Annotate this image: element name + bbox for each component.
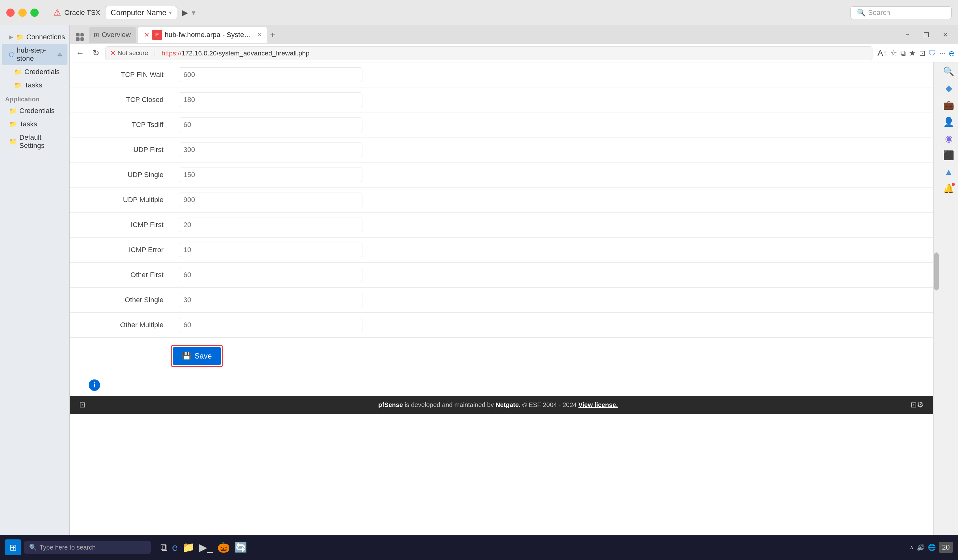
form-input-udp-multiple[interactable] — [179, 193, 362, 207]
form-input-udp-single[interactable] — [179, 168, 362, 182]
scrollbar-track[interactable] — [933, 62, 939, 560]
start-button[interactable]: ⊞ — [5, 539, 21, 555]
settings-gear-icon[interactable]: ⚙ — [917, 400, 924, 409]
form-label-7: ICMP Error — [70, 241, 171, 259]
computer-name-pill[interactable]: Computer Name ▾ — [105, 6, 177, 19]
form-input-area-1 — [171, 87, 933, 112]
sidebar-item-tasks[interactable]: 📁 Tasks — [0, 79, 69, 92]
save-button[interactable]: 💾 Save — [173, 347, 221, 365]
sidebar-circle-icon[interactable]: ◉ — [945, 133, 953, 144]
form-input-area-7 — [171, 238, 933, 262]
sidebar-teams-icon[interactable]: ▲ — [944, 167, 953, 177]
app-branding: ⚠ Oracle TSX — [53, 7, 100, 18]
form-input-other-multiple[interactable] — [179, 318, 362, 332]
folder-icon-credentials: 📁 — [14, 68, 22, 76]
read-aloud-icon[interactable]: A↑ — [877, 48, 887, 58]
taskbar-app1-icon[interactable]: 🎃 — [217, 541, 230, 554]
scrollbar-thumb[interactable] — [934, 252, 939, 290]
add-favorites-icon[interactable]: ★ — [909, 49, 916, 58]
tab-grid-icon[interactable] — [73, 29, 87, 41]
form-input-tcp-tsdiff[interactable] — [179, 117, 362, 132]
form-input-icmp-first[interactable] — [179, 217, 362, 232]
taskbar-task-view-icon[interactable]: ⧉ — [160, 542, 168, 554]
sidebar-outlook-icon[interactable]: ⬛ — [943, 150, 954, 160]
sidebar-item-app-tasks[interactable]: 📁 Tasks — [0, 117, 69, 131]
minimize-traffic-light[interactable] — [18, 8, 27, 17]
form-label-10: Other Multiple — [70, 316, 171, 334]
sidebar-briefcase-icon[interactable]: 💼 — [943, 100, 954, 110]
sidebar-item-credentials[interactable]: 📁 Credentials — [0, 65, 69, 79]
folder-icon-connections: 📁 — [16, 33, 24, 41]
footer-text2: is developed and maintained by — [403, 401, 495, 408]
hub-tab-close-icon[interactable]: ✕ — [257, 31, 262, 38]
save-disk-icon: 💾 — [182, 352, 191, 360]
browser-essentials-icon[interactable]: 🛡 — [928, 49, 936, 58]
info-icon[interactable]: i — [89, 379, 100, 391]
play-icon[interactable]: ▶ — [182, 8, 188, 17]
form-row-other-first: Other First — [70, 263, 933, 287]
traffic-lights — [6, 8, 39, 17]
form-row-icmp-error: ICMP Error — [70, 238, 933, 263]
split-screen-icon[interactable]: ⧉ — [900, 49, 906, 58]
sidebar-notification-icon[interactable]: 🔔 — [943, 183, 954, 194]
tab-close-x-icon[interactable]: ✕ — [144, 31, 149, 39]
view-license-link[interactable]: View license. — [579, 401, 618, 408]
form-input-other-single[interactable] — [179, 293, 362, 307]
taskbar-explorer-icon[interactable]: 📁 — [182, 541, 195, 554]
edge-profile-icon[interactable]: e — [949, 48, 954, 59]
tab-hub-step-stone[interactable]: ✕ P hub-fw.home.arpa - System: Adv ✕ — [138, 27, 267, 43]
more-options-icon[interactable]: ··· — [939, 49, 946, 58]
sidebar-item-hub-step-stone[interactable]: ⬡ hub-step-stone ⏏ — [2, 44, 68, 65]
minimize-button[interactable]: − — [898, 28, 917, 42]
sidebar-favorites-icon[interactable]: ◆ — [945, 83, 952, 94]
form-label-2: TCP Tsdiff — [70, 116, 171, 134]
taskbar-search-icon: 🔍 — [29, 544, 37, 551]
close-traffic-light[interactable] — [6, 8, 14, 17]
new-tab-button[interactable]: + — [270, 30, 275, 40]
tray-speaker-icon[interactable]: 🔊 — [917, 544, 925, 551]
divider: | — [151, 49, 159, 58]
folder-icon-tasks: 📁 — [14, 81, 22, 89]
refresh-button[interactable]: ↻ — [90, 47, 102, 59]
form-input-tcp-closed[interactable] — [179, 92, 362, 107]
eject-icon[interactable]: ⏏ — [57, 51, 62, 58]
app-container: ▶ 📁 Connections ⬡ hub-step-stone ⏏ 📁 Cre… — [0, 25, 958, 560]
sidebar-item-connections[interactable]: ▶ 📁 Connections — [0, 30, 69, 44]
tray-network-icon[interactable]: 🌐 — [928, 544, 936, 551]
restore-button[interactable]: ❐ — [917, 28, 936, 42]
oracle-tsx-label: Oracle TSX — [64, 8, 100, 17]
back-button[interactable]: ← — [73, 47, 87, 59]
form-input-icmp-error[interactable] — [179, 243, 362, 257]
taskbar-terminal-icon[interactable]: ▶_ — [199, 541, 213, 554]
browser-toolbar: ← ↻ ✕ Not secure | https://172.16.0.20/s… — [70, 44, 958, 62]
form-input-other-first[interactable] — [179, 268, 362, 282]
taskbar-app2-icon[interactable]: 🔄 — [235, 541, 247, 554]
tray-chevron-icon[interactable]: ∧ — [909, 544, 914, 551]
folder-icon-app-creds: 📁 — [9, 107, 17, 115]
title-search-bar[interactable]: 🔍 Search — [850, 6, 952, 19]
taskbar-search-placeholder: Type here to search — [40, 544, 96, 551]
form-input-tcp-fin-wait[interactable] — [179, 67, 362, 82]
sidebar-people-icon[interactable]: 👤 — [943, 117, 954, 127]
web-capture-icon[interactable]: ⊡ — [919, 49, 925, 58]
chevron-down-icon-2[interactable]: ▾ — [192, 8, 195, 17]
close-button[interactable]: ✕ — [936, 28, 955, 42]
favorites-icon[interactable]: ☆ — [890, 49, 897, 58]
app-tasks-label: Tasks — [19, 120, 37, 128]
form-input-udp-first[interactable] — [179, 143, 362, 157]
fullscreen-traffic-light[interactable] — [30, 8, 39, 17]
taskbar-search-bar[interactable]: 🔍 Type here to search — [24, 541, 151, 554]
sidebar-item-default-settings[interactable]: 📁 Default Settings — [0, 131, 69, 152]
window-controls: − ❐ ✕ — [898, 28, 955, 42]
form-row-udp-multiple: UDP Multiple — [70, 187, 933, 213]
sidebar-item-app-credentials[interactable]: 📁 Credentials — [0, 104, 69, 117]
computer-name-label: Computer Name — [111, 8, 167, 17]
sidebar-search-icon[interactable]: 🔍 — [943, 66, 954, 77]
form-label-1: TCP Closed — [70, 90, 171, 109]
form-input-area-4 — [171, 162, 933, 187]
form-label-5: UDP Multiple — [70, 191, 171, 209]
tab-overview[interactable]: ⊞ Overview — [89, 27, 136, 43]
content-wrapper: TCP FIN WaitTCP ClosedTCP TsdiffUDP Firs… — [70, 62, 958, 560]
address-bar[interactable]: ✕ Not secure | https://172.16.0.20/syste… — [105, 46, 872, 60]
taskbar-edge-icon[interactable]: e — [172, 542, 178, 554]
